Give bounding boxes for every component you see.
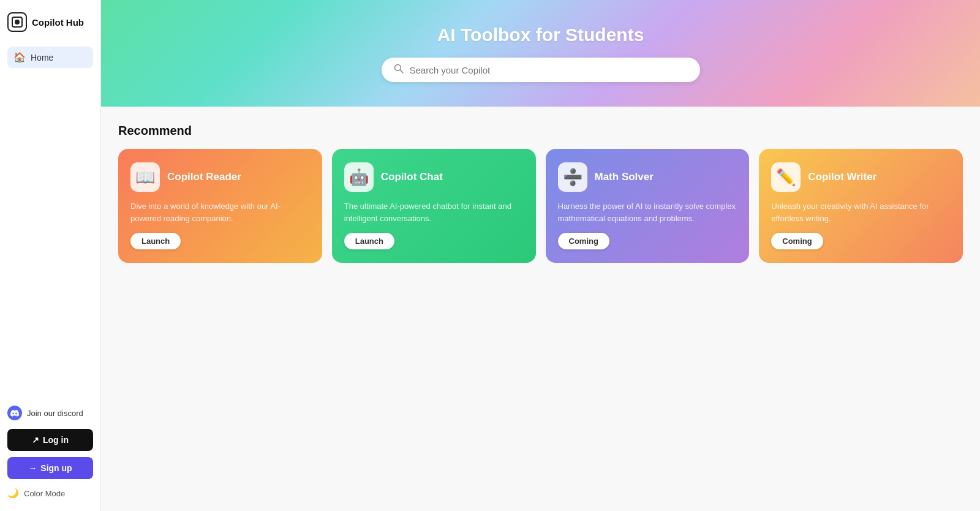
card-chat-desc: The ultimate AI-powered chatbot for inst…	[344, 200, 524, 224]
search-input[interactable]	[410, 65, 688, 75]
card-reader-title: Copilot Reader	[167, 171, 241, 183]
main-nav: 🏠 Home	[7, 47, 93, 68]
card-chat-launch-button[interactable]: Launch	[344, 233, 394, 249]
card-reader-icon: 📖	[130, 162, 160, 192]
logo-icon	[7, 12, 27, 32]
svg-line-3	[400, 70, 403, 74]
sidebar-bottom: Join our discord ↗ Log in → Sign up 🌙 Co…	[7, 403, 93, 501]
discord-button[interactable]: Join our discord	[7, 403, 93, 423]
color-mode-label: Color Mode	[24, 489, 65, 498]
search-icon	[394, 64, 404, 76]
recommend-section: Recommend 📖 Copilot Reader Dive into a w…	[101, 107, 980, 275]
card-reader-header: 📖 Copilot Reader	[130, 162, 310, 192]
card-writer-icon: ✏️	[771, 162, 801, 192]
signup-icon: →	[28, 463, 37, 473]
section-title-recommend: Recommend	[118, 124, 963, 138]
card-chat-icon: 🤖	[344, 162, 374, 192]
svg-point-1	[15, 20, 20, 25]
hero-title: AI Toolbox for Students	[437, 25, 644, 45]
discord-icon	[7, 406, 22, 420]
search-bar[interactable]	[382, 58, 700, 82]
discord-label: Join our discord	[27, 409, 83, 418]
sidebar-item-home-label: Home	[31, 53, 53, 62]
login-button[interactable]: ↗ Log in	[7, 429, 93, 451]
card-math-title: Math Solver	[595, 171, 654, 183]
card-math-header: ➗ Math Solver	[558, 162, 737, 192]
card-writer-header: ✏️ Copilot Writer	[771, 162, 951, 192]
card-reader-desc: Dive into a world of knowledge with our …	[130, 200, 310, 224]
card-math-icon: ➗	[558, 162, 587, 192]
home-icon: 🏠	[13, 51, 26, 63]
card-chat-header: 🤖 Copilot Chat	[344, 162, 524, 192]
card-reader-launch-button[interactable]: Launch	[130, 233, 181, 249]
sidebar-item-home[interactable]: 🏠 Home	[7, 47, 93, 68]
card-writer-title: Copilot Writer	[808, 171, 876, 183]
sidebar: Copilot Hub 🏠 Home Join our discord ↗ Lo…	[0, 0, 101, 511]
card-copilot-chat: 🤖 Copilot Chat The ultimate AI-powered c…	[332, 149, 536, 263]
card-math-solver: ➗ Math Solver Harness the power of AI to…	[546, 149, 750, 263]
card-copilot-reader: 📖 Copilot Reader Dive into a world of kn…	[118, 149, 322, 263]
login-icon: ↗	[32, 435, 39, 445]
card-writer-desc: Unleash your creativity with AI assistan…	[771, 200, 951, 224]
logo-area[interactable]: Copilot Hub	[7, 10, 93, 34]
main-content: AI Toolbox for Students Recommend 📖 Copi…	[101, 0, 980, 511]
cards-grid: 📖 Copilot Reader Dive into a world of kn…	[118, 149, 963, 263]
card-chat-title: Copilot Chat	[381, 171, 443, 183]
card-math-coming-button[interactable]: Coming	[558, 233, 609, 249]
moon-icon: 🌙	[7, 488, 19, 499]
hero-section: AI Toolbox for Students	[101, 0, 980, 107]
signup-label: Sign up	[40, 463, 72, 473]
login-label: Log in	[43, 435, 69, 445]
signup-button[interactable]: → Sign up	[7, 457, 93, 479]
logo-text: Copilot Hub	[32, 17, 84, 28]
card-copilot-writer: ✏️ Copilot Writer Unleash your creativit…	[759, 149, 963, 263]
card-math-desc: Harness the power of AI to instantly sol…	[558, 200, 737, 224]
card-writer-coming-button[interactable]: Coming	[771, 233, 823, 249]
color-mode-toggle[interactable]: 🌙 Color Mode	[7, 485, 93, 501]
